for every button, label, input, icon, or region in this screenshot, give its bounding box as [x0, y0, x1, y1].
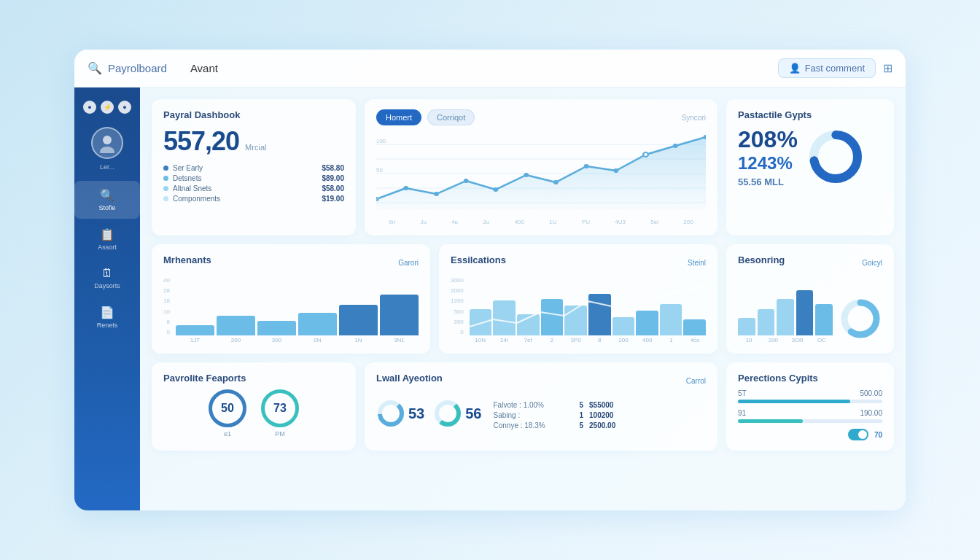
sidebar-item-assort[interactable]: 📋 Assort	[74, 220, 140, 258]
renets-icon: 📄	[100, 306, 114, 319]
bar-2	[217, 316, 255, 335]
mll-text: 55.56 MLL	[738, 176, 798, 187]
execution-content: 53 56	[376, 395, 706, 432]
reordering-title: Besonring	[738, 254, 785, 265]
donut-chart	[806, 128, 865, 186]
execution-header: Lwall Ayeotion Carrol	[376, 373, 706, 389]
avatar	[91, 127, 123, 159]
execution-table: Falvote : 1.00% 5 $55000 Sabing : 1 1002…	[494, 401, 707, 432]
app-window: 🔍 Payrolboard Avant 👤 Fast comment ⊞ ● ⚡…	[74, 50, 906, 510]
perfections-title: Perections Cypits	[738, 373, 882, 384]
pay-dot-4	[163, 196, 168, 201]
circle-stat-2: 73 PM	[261, 389, 299, 438]
pay-dot-3	[163, 186, 168, 191]
re-bar-1	[738, 318, 755, 336]
movements-y-axis: 4028181080	[163, 277, 170, 335]
circles-row: 50 e1 73 PM	[163, 389, 344, 438]
exec-row-3: Connye : 18.3% 5 2500.00	[494, 421, 707, 429]
tab-corriqot[interactable]: Corriqot	[427, 109, 475, 125]
sidebar-item-renets[interactable]: 📄 Renets	[74, 298, 140, 336]
x-label: PU	[582, 219, 590, 225]
bar-3	[257, 321, 296, 335]
exec-value-1-container: 53	[376, 399, 424, 428]
svg-point-9	[434, 192, 439, 196]
svg-point-0	[103, 136, 112, 144]
movements-chart: 4028181080	[163, 277, 419, 343]
perfections-items: 5T 500.00 91 190.00	[738, 389, 882, 423]
x-label: 2u	[483, 219, 489, 225]
svg-point-12	[524, 173, 529, 177]
tab-homert[interactable]: Homert	[376, 109, 421, 125]
toggle-row: 70	[738, 429, 882, 440]
chart-main-card: Homert Corriqot Syncori	[365, 99, 718, 236]
estimations-header: Essilcations Steinl	[451, 254, 706, 271]
grid-icon[interactable]: ⊞	[883, 61, 892, 75]
estimations-bars: 10N 24l 7ef 2 3P0 8 200 400 1 4co	[470, 277, 706, 343]
reordering-content: 10 200 3OR OC	[738, 277, 882, 343]
svg-point-11	[493, 187, 498, 192]
fav-reports-title: Pavrolite Feaports	[163, 373, 344, 384]
payroll-title: Payral Dashbook	[163, 109, 344, 120]
logo-dot-1: ●	[83, 101, 96, 114]
fav-reports-card: Pavrolite Feaports 50 e1 73 PM	[152, 362, 356, 451]
estimations-action[interactable]: Steinl	[688, 259, 706, 267]
prog-fill-2	[738, 419, 803, 423]
exec-donut-2	[433, 399, 462, 428]
fastactile-stats: 208% 1243% 55.56 MLL	[738, 126, 798, 187]
execution-action[interactable]: Carrol	[686, 377, 706, 385]
perfections-card: Perections Cypits 5T 500.00	[726, 362, 894, 451]
prog-item-1: 5T 500.00	[738, 389, 882, 403]
sidebar-logo: ● ⚡ ●	[83, 101, 131, 114]
reordering-header: Besonring Goicyl	[738, 254, 882, 271]
circle-stat-1: 50 e1	[209, 389, 246, 438]
sidebar: ● ⚡ ● Ler... 🔍 Stofie 📋 Assort	[74, 88, 140, 510]
reordering-action[interactable]: Goicyl	[862, 259, 882, 267]
pay-item-3: Altnal Snets $58.00	[163, 184, 344, 192]
svg-point-1	[100, 147, 114, 153]
svg-point-8	[403, 186, 408, 190]
sync-label: Syncori	[682, 114, 706, 122]
toggle-switch[interactable]	[848, 429, 868, 440]
sidebar-item-label: Renets	[97, 322, 118, 329]
x-label: 4U3	[615, 219, 626, 225]
movements-x-labels: 1JT 200 300 0N 1N 3N1	[176, 337, 419, 343]
pay-item-1: Ser Early $58.80	[163, 164, 344, 172]
re-bar-3	[777, 299, 794, 335]
circle-ring-1: 50	[209, 389, 246, 427]
fast-comment-button[interactable]: 👤 Fast comment	[778, 58, 876, 78]
circle-ring-2: 73	[261, 389, 299, 427]
reordering-bars	[738, 277, 833, 335]
fastactile-card: Pastactile Gypts 208% 1243% 55.56 MLL	[726, 99, 894, 236]
percent-1: 208%	[738, 126, 798, 153]
movements-bars: 1JT 200 300 0N 1N 3N1	[176, 277, 419, 343]
re-bar-5	[815, 304, 833, 335]
movements-action[interactable]: Garori	[398, 259, 419, 267]
x-label: Ju	[420, 219, 426, 225]
sidebar-item-daysorts[interactable]: 🗓 Daysorts	[74, 260, 140, 297]
top-bar: 🔍 Payrolboard Avant 👤 Fast comment ⊞	[74, 50, 906, 88]
svg-text:50: 50	[376, 167, 383, 173]
row-1: Payral Dashbook 557,20 Mrcial Ser Early …	[152, 99, 894, 236]
exec-1: 53	[376, 399, 424, 428]
estimations-chart: 3000200012005002000	[451, 277, 706, 343]
daysorts-icon: 🗓	[101, 267, 113, 280]
prog-label-row-1: 5T 500.00	[738, 389, 882, 397]
execution-card: Lwall Ayeotion Carrol 5	[365, 362, 718, 451]
percent-2: 1243%	[738, 153, 798, 174]
payroll-dashboard-card: Payral Dashbook 557,20 Mrcial Ser Early …	[152, 99, 356, 236]
svg-text:0: 0	[376, 196, 379, 202]
sidebar-nav: 🔍 Stofie 📋 Assort 🗓 Daysorts 📄 Renets	[74, 181, 140, 336]
re-bar-2	[758, 309, 775, 335]
prog-bar-1	[738, 400, 882, 403]
sidebar-item-stofie[interactable]: 🔍 Stofie	[74, 181, 140, 219]
x-label: 4u	[451, 219, 458, 225]
sidebar-item-label: Stofie	[98, 204, 115, 211]
re-bar-4	[796, 290, 814, 335]
pay-dot-1	[163, 166, 168, 171]
estimations-y-axis: 3000200012005002000	[451, 277, 464, 335]
reordering-bars-container: 10 200 3OR OC	[738, 277, 833, 343]
exec-2: 56	[433, 399, 481, 428]
movements-header: Mrhenants Garori	[163, 254, 419, 271]
bar-6	[380, 295, 419, 335]
x-label: 200	[683, 219, 693, 225]
